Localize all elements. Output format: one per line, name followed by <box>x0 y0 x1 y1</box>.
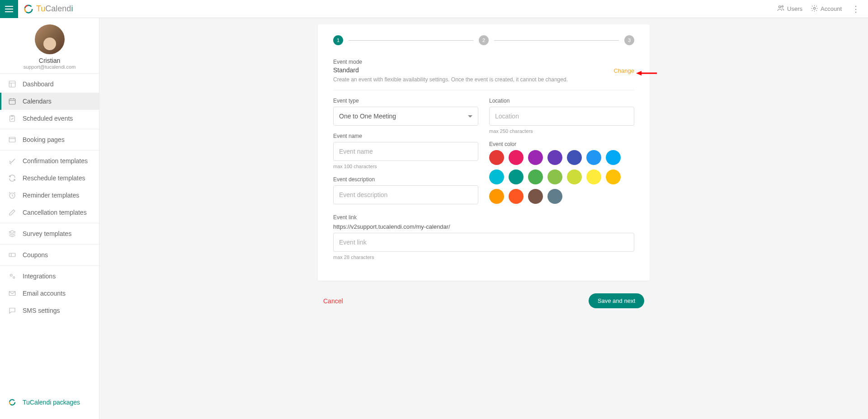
event-name-field: Event name max 100 characters <box>333 133 478 169</box>
color-swatch-8[interactable] <box>509 169 524 184</box>
brand-logo[interactable]: TuCalendi <box>24 4 73 14</box>
color-swatch-15[interactable] <box>509 189 524 204</box>
event-type-label: Event type <box>333 98 478 104</box>
event-link-input[interactable] <box>333 233 634 252</box>
svg-rect-6 <box>9 81 15 87</box>
step-line <box>494 40 619 41</box>
avatar[interactable] <box>35 24 65 54</box>
change-mode-link[interactable]: Change <box>613 67 634 74</box>
ticket-icon <box>8 251 16 259</box>
location-field: Location max 250 characters <box>489 98 634 134</box>
account-label: Account <box>821 5 842 12</box>
event-desc-field: Event description <box>333 176 478 204</box>
event-color-label: Event color <box>489 141 634 147</box>
sidebar-item-coupons[interactable]: Coupons <box>0 246 99 264</box>
sidebar-item-label: Email accounts <box>23 290 66 297</box>
brand-part1: Tu <box>36 4 45 14</box>
more-menu-button[interactable]: ⋮ <box>850 4 862 14</box>
sidebar-item-reschedule[interactable]: Reschedule templates <box>0 169 99 187</box>
color-swatch-17[interactable] <box>547 189 562 204</box>
sidebar-item-label: Dashboard <box>23 80 54 88</box>
location-input[interactable] <box>489 107 634 126</box>
svg-rect-14 <box>9 292 15 296</box>
color-swatch-9[interactable] <box>528 169 543 184</box>
sidebar-item-label: Confirmation templates <box>23 157 88 165</box>
color-swatch-12[interactable] <box>586 169 601 184</box>
form-card: 1 2 3 Event mode Standard Create an even… <box>318 24 650 281</box>
annotation-arrow-icon <box>636 70 658 77</box>
event-desc-label: Event description <box>333 176 478 183</box>
sidebar-item-scheduled[interactable]: Scheduled events <box>0 110 99 127</box>
sidebar-item-label: Cancellation templates <box>23 209 87 216</box>
color-swatch-11[interactable] <box>567 169 582 184</box>
event-color-field: Event color <box>489 141 634 204</box>
event-name-hint: max 100 characters <box>333 164 478 169</box>
color-swatch-6[interactable] <box>606 150 621 165</box>
event-link-hint: max 28 characters <box>333 254 634 260</box>
chevron-down-icon <box>468 115 472 118</box>
sidebar-item-calendars[interactable]: Calendars <box>0 93 99 110</box>
svg-rect-7 <box>9 99 15 104</box>
color-swatch-4[interactable] <box>567 150 582 165</box>
stack-icon <box>8 230 16 238</box>
sidebar-item-label: Reminder templates <box>23 192 79 199</box>
event-name-input[interactable] <box>333 142 478 161</box>
event-mode-desc: Create an event with flexible availabili… <box>333 76 568 83</box>
app-header: TuCalendi Users Account ⋮ <box>0 0 868 18</box>
event-name-label: Event name <box>333 133 478 139</box>
sidebar-item-confirmation[interactable]: Confirmation templates <box>0 152 99 169</box>
svg-rect-11 <box>9 253 15 257</box>
sidebar-item-label: SMS settings <box>23 307 60 314</box>
sidebar-item-label: Integrations <box>23 273 56 280</box>
event-type-value: One to One Meeting <box>339 113 396 120</box>
hamburger-menu-button[interactable] <box>0 0 18 18</box>
sidebar-item-survey[interactable]: Survey templates <box>0 225 99 242</box>
color-swatch-0[interactable] <box>489 150 504 165</box>
event-link-label: Event link <box>333 214 634 221</box>
profile-email: support@tucalendi.com <box>0 64 99 70</box>
color-swatch-3[interactable] <box>547 150 562 165</box>
sidebar-item-integrations[interactable]: Integrations <box>0 268 99 285</box>
color-swatch-2[interactable] <box>528 150 543 165</box>
color-swatch-7[interactable] <box>489 169 504 184</box>
clock-icon <box>8 191 16 199</box>
sidebar-item-booking[interactable]: Booking pages <box>0 131 99 148</box>
color-swatch-10[interactable] <box>547 169 562 184</box>
color-swatch-5[interactable] <box>586 150 601 165</box>
main-content: 1 2 3 Event mode Standard Create an even… <box>99 18 868 419</box>
save-next-button[interactable]: Save and next <box>589 293 644 308</box>
clipboard-icon <box>8 114 16 122</box>
users-link[interactable]: Users <box>777 4 802 14</box>
color-swatch-13[interactable] <box>606 169 621 184</box>
event-link-prefix: https://v2support.tucalendi.com/my-calen… <box>333 223 634 230</box>
event-mode-section: Event mode Standard Create an event with… <box>333 59 634 90</box>
users-label: Users <box>787 5 802 12</box>
location-label: Location <box>489 98 634 104</box>
step-1[interactable]: 1 <box>333 35 343 45</box>
sidebar-item-label: Coupons <box>23 251 48 259</box>
svg-point-5 <box>813 7 815 9</box>
sidebar-item-email[interactable]: Email accounts <box>0 285 99 302</box>
sidebar-item-reminder[interactable]: Reminder templates <box>0 187 99 204</box>
color-swatch-grid <box>489 150 634 204</box>
svg-point-3 <box>779 6 781 8</box>
color-swatch-1[interactable] <box>509 150 524 165</box>
color-swatch-16[interactable] <box>528 189 543 204</box>
sidebar-item-sms[interactable]: SMS settings <box>0 302 99 319</box>
sidebar-item-dashboard[interactable]: Dashboard <box>0 75 99 93</box>
account-link[interactable]: Account <box>811 5 842 14</box>
svg-point-13 <box>13 277 15 278</box>
event-desc-input[interactable] <box>333 185 478 204</box>
sidebar-item-cancellation[interactable]: Cancellation templates <box>0 204 99 221</box>
color-swatch-14[interactable] <box>489 189 504 204</box>
sidebar: Cristian support@tucalendi.com Dashboard… <box>0 18 99 419</box>
chat-icon <box>8 306 16 315</box>
step-3: 3 <box>624 35 634 45</box>
sidebar-item-label: Booking pages <box>23 136 65 143</box>
sidebar-item-packages[interactable]: TuCalendi packages <box>0 394 99 411</box>
svg-marker-18 <box>636 71 642 75</box>
cancel-button[interactable]: Cancel <box>323 297 343 305</box>
stepper: 1 2 3 <box>333 35 634 45</box>
sidebar-item-label: TuCalendi packages <box>23 399 80 406</box>
event-type-select[interactable]: One to One Meeting <box>333 107 478 126</box>
